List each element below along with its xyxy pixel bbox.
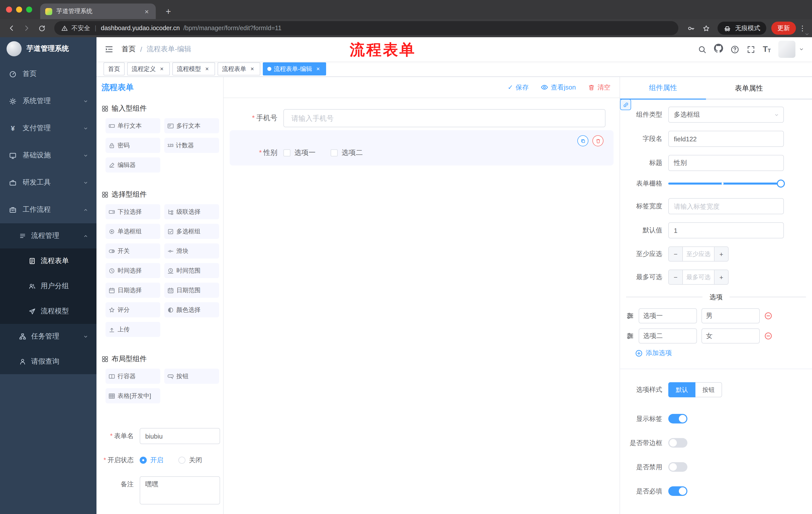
bookmark-star-icon[interactable] xyxy=(699,22,713,35)
copy-widget-button[interactable] xyxy=(577,135,588,146)
update-button[interactable]: 更新 xyxy=(771,22,796,35)
style-default-button[interactable]: 默认 xyxy=(668,382,695,397)
show-label-switch[interactable] xyxy=(668,414,687,424)
tag-process-form[interactable]: 流程表单× xyxy=(218,62,260,76)
sidebar-item-process-model[interactable]: 流程模型 xyxy=(0,299,96,324)
font-size-icon[interactable]: TT xyxy=(763,45,771,53)
tab-close-icon[interactable]: × xyxy=(143,7,151,15)
palette-item-table[interactable]: 表格[开发中] xyxy=(106,388,160,403)
palette-item-time-range[interactable]: 时间范围 xyxy=(164,263,219,278)
sidebar-item-user-group[interactable]: 用户分组 xyxy=(0,274,96,299)
maximize-window-button[interactable] xyxy=(26,6,32,12)
palette-item-rate[interactable]: 评分 xyxy=(106,302,160,317)
border-switch[interactable] xyxy=(668,438,687,448)
avatar-caret-icon[interactable] xyxy=(799,47,804,52)
sidebar-item-devtools[interactable]: 研发工具 xyxy=(0,169,96,196)
palette-item-color[interactable]: 颜色选择 xyxy=(164,302,219,317)
link-icon[interactable] xyxy=(620,99,631,110)
palette-item-time[interactable]: 时间选择 xyxy=(106,263,160,278)
view-json-button[interactable]: 查看json xyxy=(541,83,576,92)
search-icon[interactable] xyxy=(698,45,706,54)
sidebar-item-home[interactable]: 首页 xyxy=(0,60,96,87)
component-type-select[interactable]: 多选框组 xyxy=(668,107,784,123)
field-name-input[interactable] xyxy=(668,131,784,147)
palette-item-row-container[interactable]: 行容器 xyxy=(106,369,160,384)
sidebar-item-workflow[interactable]: 工作流程 xyxy=(0,196,96,223)
sidebar-item-leave-query[interactable]: 请假查询 xyxy=(0,349,96,374)
sidebar-item-infra[interactable]: 基础设施 xyxy=(0,142,96,169)
label-width-input[interactable] xyxy=(668,198,784,214)
sidebar-item-task-mgmt[interactable]: 任务管理 xyxy=(0,324,96,349)
form-remark-textarea[interactable]: 嘿嘿 xyxy=(140,476,220,505)
radio-status-off[interactable]: 关闭 xyxy=(178,456,202,465)
tag-process-model[interactable]: 流程模型× xyxy=(172,62,215,76)
close-window-button[interactable] xyxy=(6,6,12,12)
remove-option-icon[interactable] xyxy=(764,332,772,340)
palette-item-button[interactable]: 按钮 xyxy=(164,369,219,384)
option-value-input[interactable] xyxy=(701,328,760,344)
minimize-window-button[interactable] xyxy=(16,6,22,12)
palette-item-radio-group[interactable]: 单选框组 xyxy=(106,224,160,239)
new-tab-button[interactable]: + xyxy=(162,6,175,17)
fullscreen-icon[interactable] xyxy=(747,45,755,54)
github-icon[interactable] xyxy=(714,44,723,55)
default-value-input[interactable] xyxy=(668,222,784,238)
forward-icon[interactable] xyxy=(20,22,33,35)
palette-item-counter[interactable]: 123计数器 xyxy=(164,138,219,153)
remove-option-icon[interactable] xyxy=(764,312,772,320)
title-input[interactable] xyxy=(668,155,784,171)
palette-item-multi-text[interactable]: 多行文本 xyxy=(164,118,219,133)
help-icon[interactable] xyxy=(731,45,739,54)
phone-input[interactable] xyxy=(283,109,606,127)
address-bar[interactable]: 不安全 | dashboard.yudao.iocoder.cn /bpm/ma… xyxy=(54,21,678,35)
option-value-input[interactable] xyxy=(701,308,760,323)
form-name-input[interactable] xyxy=(140,428,220,444)
save-button[interactable]: ✓保存 xyxy=(508,83,529,92)
avatar[interactable] xyxy=(778,41,795,58)
stepper-increase-button[interactable]: + xyxy=(714,247,728,261)
palette-item-date[interactable]: 日期选择 xyxy=(106,283,160,298)
drag-handle-icon[interactable] xyxy=(626,312,634,320)
sidebar-item-system[interactable]: 系统管理 xyxy=(0,87,96,115)
tag-close-icon[interactable]: × xyxy=(203,65,210,73)
selected-widget-gender[interactable]: *性别 选项一 选项二 xyxy=(230,130,613,165)
style-button-button[interactable]: 按钮 xyxy=(695,382,722,397)
palette-item-editor[interactable]: 编辑器 xyxy=(106,157,160,172)
palette-item-upload[interactable]: 上传 xyxy=(106,322,160,337)
hamburger-icon[interactable] xyxy=(105,45,114,54)
sidebar-item-payment[interactable]: ¥ 支付管理 xyxy=(0,115,96,142)
delete-widget-button[interactable] xyxy=(592,135,604,146)
palette-item-select[interactable]: 下拉选择 xyxy=(106,204,160,219)
sidebar-logo[interactable]: 芋道管理系统 xyxy=(0,37,96,60)
radio-status-on[interactable]: 开启 xyxy=(140,456,163,465)
palette-item-single-text[interactable]: 单行文本 xyxy=(106,118,160,133)
palette-item-switch[interactable]: 开关 xyxy=(106,243,160,259)
stepper-value[interactable]: 最多可选 xyxy=(683,270,714,284)
palette-item-checkbox-group[interactable]: 多选框组 xyxy=(164,224,219,239)
checkbox-option-1[interactable]: 选项一 xyxy=(283,148,316,157)
reload-icon[interactable] xyxy=(35,22,48,35)
stepper-decrease-button[interactable]: − xyxy=(669,247,683,261)
tag-process-form-edit[interactable]: 流程表单-编辑× xyxy=(263,62,326,76)
tag-close-icon[interactable]: × xyxy=(158,65,165,73)
option-label-input[interactable] xyxy=(639,328,697,344)
option-label-input[interactable] xyxy=(639,308,697,323)
tab-form-props[interactable]: 表单属性 xyxy=(706,77,792,100)
chevron-down-icon[interactable] xyxy=(805,32,810,37)
checkbox-option-2[interactable]: 选项二 xyxy=(330,148,363,157)
slider-handle[interactable] xyxy=(777,180,785,188)
breadcrumb-home[interactable]: 首页 xyxy=(122,45,136,54)
tag-home[interactable]: 首页 xyxy=(104,62,125,76)
palette-item-slider[interactable]: 滑块 xyxy=(164,243,219,259)
palette-item-date-range[interactable]: 日期范围 xyxy=(164,283,219,298)
back-icon[interactable] xyxy=(5,22,18,35)
stepper-increase-button[interactable]: + xyxy=(714,270,728,284)
clear-button[interactable]: 清空 xyxy=(588,83,610,92)
tag-close-icon[interactable]: × xyxy=(249,65,256,73)
canvas-field-phone[interactable]: *手机号 xyxy=(230,109,613,127)
palette-item-cascader[interactable]: 级联选择 xyxy=(164,204,219,219)
drag-handle-icon[interactable] xyxy=(626,332,634,340)
required-switch[interactable] xyxy=(668,486,687,496)
sidebar-item-process-mgmt[interactable]: 流程管理 xyxy=(0,223,96,248)
add-option-button[interactable]: 添加选项 xyxy=(635,349,812,358)
